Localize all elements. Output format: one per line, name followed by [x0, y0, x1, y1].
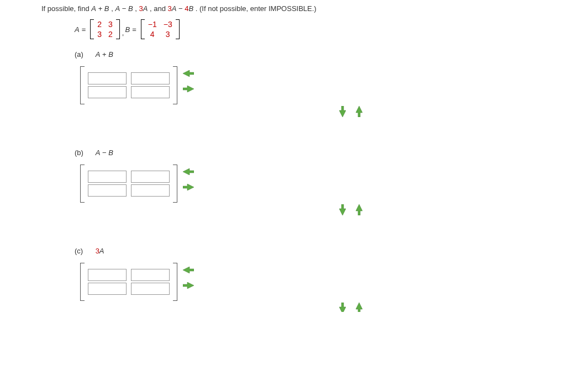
q-e7: 3: [167, 4, 171, 13]
part-b-letter: (b): [75, 149, 93, 157]
A-r1c1: 2: [94, 19, 105, 29]
remove-column-button[interactable]: [183, 70, 194, 77]
part-a-op: +: [100, 50, 108, 59]
svg-marker-5: [183, 184, 194, 190]
part-b-op: −: [100, 149, 108, 157]
part-b-expr-r: B: [108, 149, 113, 157]
add-row-button[interactable]: [337, 206, 348, 214]
B-r1c1: −1: [145, 19, 160, 29]
part-c-letter: (c): [75, 247, 93, 255]
part-a-expr-r: B: [108, 50, 113, 59]
part-a: (a) A + B: [75, 50, 563, 115]
part-a-letter: (a): [75, 50, 93, 59]
answer-b-r2c1[interactable]: [88, 184, 127, 197]
answer-c-r1c1[interactable]: [88, 269, 127, 281]
add-row-button[interactable]: [337, 108, 348, 115]
svg-marker-7: [356, 204, 362, 215]
A-r1c2: 3: [105, 19, 116, 29]
part-a-label: (a) A + B: [75, 50, 563, 59]
add-column-button[interactable]: [183, 85, 194, 93]
answer-b-r2c2[interactable]: [131, 184, 170, 197]
label-A: A: [75, 25, 80, 34]
svg-marker-6: [339, 204, 346, 215]
answer-matrix-c: [80, 263, 177, 301]
answer-a-r1c1[interactable]: [88, 72, 127, 84]
answer-c-r2c1[interactable]: [88, 283, 127, 295]
answer-a-r1c2[interactable]: [131, 72, 170, 84]
svg-marker-2: [339, 106, 346, 117]
q-prefix: If possible, find: [41, 4, 91, 13]
part-c-expr: A: [99, 247, 104, 255]
bracket-left-icon: [80, 263, 85, 301]
q-e2: B: [104, 4, 109, 13]
comma: ,: [122, 29, 124, 39]
eq-B: =: [132, 25, 136, 34]
q-e5: 3: [139, 4, 143, 13]
add-row-button[interactable]: [337, 304, 348, 312]
q-e4: B: [128, 4, 133, 13]
svg-marker-9: [183, 282, 194, 289]
q-e10: B: [188, 4, 193, 13]
A-r2c2: 2: [105, 29, 116, 39]
remove-row-button[interactable]: [354, 108, 365, 115]
B-r1c2: −3: [160, 19, 176, 29]
remove-row-button[interactable]: [354, 304, 365, 312]
svg-marker-10: [339, 303, 346, 312]
answer-b-r1c1[interactable]: [88, 171, 127, 183]
part-c-label: (c) 3A: [75, 247, 563, 255]
answer-matrix-b: [80, 165, 177, 203]
remove-column-button[interactable]: [183, 266, 194, 274]
add-column-button[interactable]: [183, 282, 194, 289]
q-e8: A: [172, 4, 177, 13]
eq-A: =: [82, 25, 86, 34]
q-e3: A: [115, 4, 120, 13]
q-suffix: . (If not possible, enter IMPOSSIBLE.): [196, 4, 317, 13]
A-r2c1: 3: [94, 29, 105, 39]
answer-b-r1c2[interactable]: [131, 171, 170, 183]
bracket-right-icon: [173, 165, 177, 203]
svg-marker-1: [183, 86, 194, 92]
bracket-right-icon: [173, 66, 177, 104]
bracket-right-icon: [173, 263, 177, 301]
answer-matrix-a: [80, 66, 177, 104]
svg-marker-3: [356, 106, 362, 117]
label-B: B: [125, 25, 130, 34]
bracket-left-icon: [80, 165, 85, 203]
answer-a-r2c2[interactable]: [131, 86, 170, 98]
answer-c-r2c2[interactable]: [131, 283, 170, 295]
q-minus2: −: [178, 4, 185, 13]
bracket-left-icon: [80, 66, 85, 104]
q-plus: +: [98, 4, 104, 13]
q-e6: A: [143, 4, 148, 13]
svg-marker-0: [183, 70, 194, 77]
svg-marker-4: [183, 168, 194, 175]
matrix-A: 23 32: [90, 19, 120, 39]
svg-marker-11: [356, 303, 362, 312]
part-b: (b) A − B: [75, 149, 563, 214]
answer-a-r2c1[interactable]: [88, 86, 127, 98]
question-text: If possible, find A + B , A − B , 3A , a…: [41, 4, 563, 13]
q-e1: A: [91, 4, 96, 13]
B-r2c2: 3: [160, 29, 176, 39]
q-minus: −: [122, 4, 128, 13]
remove-column-button[interactable]: [183, 168, 194, 176]
q-c3: , and: [150, 4, 168, 13]
matrix-B: −1−3 43: [141, 19, 180, 39]
answer-c-r1c2[interactable]: [131, 269, 170, 281]
part-b-label: (b) A − B: [75, 149, 563, 157]
part-a-expr-l: A: [96, 50, 101, 59]
part-c-coef: 3: [96, 247, 99, 255]
part-b-expr-l: A: [96, 149, 101, 157]
remove-row-button[interactable]: [354, 206, 365, 214]
add-column-button[interactable]: [183, 183, 194, 191]
matrix-definitions: A = 23 32 , B = −1−3 43: [75, 19, 563, 39]
part-c: (c) 3A: [75, 247, 563, 312]
B-r2c1: 4: [145, 29, 160, 39]
svg-marker-8: [183, 267, 194, 273]
